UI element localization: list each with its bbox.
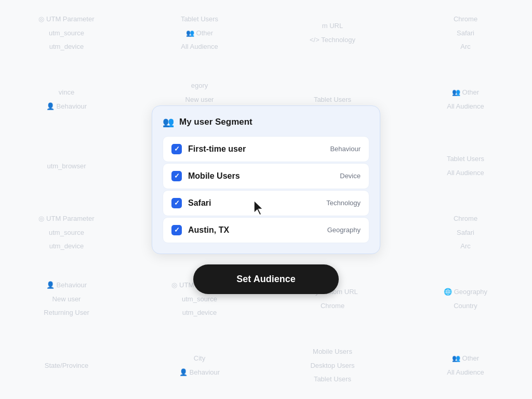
checkmark: ✓ [174, 145, 180, 152]
segment-modal: 👥 My user Segment ✓ First-time user Beha… [152, 105, 380, 254]
checkmark: ✓ [174, 227, 180, 233]
segment-name-austin: Austin, TX [188, 225, 321, 235]
segment-tag-mobile: Device [340, 172, 361, 180]
segment-item-austin[interactable]: ✓ Austin, TX Geography [163, 217, 369, 243]
overlay: 👥 My user Segment ✓ First-time user Beha… [0, 0, 532, 399]
segment-name-mobile: Mobile Users [188, 171, 334, 181]
segment-tag-first-time: Behaviour [330, 145, 361, 153]
checkbox-austin[interactable]: ✓ [171, 225, 182, 235]
checkbox-first-time[interactable]: ✓ [171, 144, 182, 154]
segment-name-safari: Safari [188, 198, 320, 208]
checkmark: ✓ [174, 172, 180, 179]
checkmark: ✓ [174, 200, 180, 206]
users-icon: 👥 [163, 116, 174, 128]
checkbox-safari[interactable]: ✓ [171, 198, 182, 208]
segment-item-mobile[interactable]: ✓ Mobile Users Device [163, 163, 369, 189]
modal-header: 👥 My user Segment [163, 116, 369, 128]
modal-title: My user Segment [179, 117, 252, 127]
set-audience-button[interactable]: Set Audience [193, 264, 339, 294]
modal-container: 👥 My user Segment ✓ First-time user Beha… [152, 105, 380, 294]
segment-item-first-time[interactable]: ✓ First-time user Behaviour [163, 136, 369, 162]
segment-item-safari[interactable]: ✓ Safari Technology [163, 190, 369, 216]
segment-name-first-time: First-time user [188, 144, 324, 154]
segment-tag-safari: Technology [326, 199, 361, 207]
segment-list: ✓ First-time user Behaviour ✓ Mobile Use… [163, 136, 369, 243]
checkbox-mobile[interactable]: ✓ [171, 171, 182, 181]
segment-tag-austin: Geography [327, 226, 361, 234]
